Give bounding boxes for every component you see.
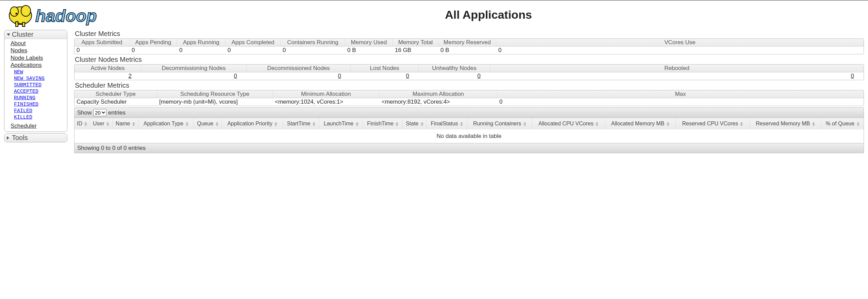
cluster-nodes-metrics-title: Cluster Nodes Metrics — [75, 56, 864, 64]
nav-section-tools[interactable]: Tools — [4, 134, 67, 142]
col-header: Memory Total — [393, 39, 438, 46]
page-size-select[interactable]: 20 — [93, 109, 106, 116]
scheduler-metrics-table: Scheduler Type Scheduling Resource Type … — [74, 90, 864, 106]
empty-table-message: No data available in table — [74, 129, 864, 143]
nav-header-label: Tools — [12, 134, 28, 141]
sort-icon — [356, 122, 358, 126]
decommissioning-nodes-link[interactable]: 0 — [234, 73, 237, 79]
metric-value: 0 — [497, 98, 864, 106]
svg-rect-4 — [16, 22, 18, 27]
col-label: ID — [77, 121, 82, 126]
apps-col-header[interactable]: Allocated Memory MB — [605, 118, 675, 129]
apps-col-header[interactable]: Allocated CPU VCores — [532, 118, 605, 129]
col-header: Decommissioned Nodes — [247, 65, 351, 72]
nav-link-nodes[interactable]: Nodes — [11, 47, 27, 54]
col-header: Containers Running — [281, 39, 345, 46]
metric-value: 0 B — [438, 47, 496, 54]
apps-col-header[interactable]: User — [90, 118, 112, 129]
nav-link-state-failed[interactable]: FAILED — [14, 108, 32, 114]
nav-link-state-accepted[interactable]: ACCEPTED — [14, 89, 38, 94]
col-label: State — [406, 121, 418, 126]
metric-value: [memory-mb (unit=Mi), vcores] — [157, 98, 273, 106]
lost-nodes-link[interactable]: 0 — [406, 73, 409, 79]
sidebar: Cluster About Nodes Node Labels Applicat… — [4, 30, 67, 144]
apps-col-header[interactable]: Name — [112, 118, 138, 129]
sort-icon — [132, 122, 135, 126]
apps-col-header[interactable]: Running Containers — [467, 118, 532, 129]
sort-icon — [84, 122, 87, 126]
sort-icon — [596, 122, 598, 126]
nav-link-state-running[interactable]: RUNNING — [14, 95, 35, 101]
apps-col-header[interactable]: Reserved Memory MB — [750, 118, 821, 129]
show-label-suffix: entries — [108, 109, 126, 116]
datatable-length-control: Show 20 entries — [74, 107, 864, 118]
col-header: Apps Running — [177, 39, 226, 46]
sort-icon — [396, 122, 398, 126]
col-header: Active Nodes — [74, 65, 141, 72]
nav-link-applications[interactable]: Applications — [11, 62, 42, 68]
apps-col-header[interactable]: Application Type — [138, 118, 194, 129]
sort-icon — [313, 122, 315, 126]
nav-link-state-submitted[interactable]: SUBMITTED — [14, 82, 41, 88]
col-header: Rebooted — [490, 65, 864, 72]
sort-icon — [186, 122, 188, 126]
apps-col-header[interactable]: LaunchTime — [319, 118, 363, 129]
caret-down-icon — [7, 33, 10, 36]
rebooted-nodes-link[interactable]: 0 — [851, 73, 854, 79]
col-label: Allocated Memory MB — [611, 121, 665, 126]
cluster-metrics-title: Cluster Metrics — [75, 30, 864, 38]
apps-col-header[interactable]: % of Queue — [821, 118, 864, 129]
sort-icon — [460, 122, 463, 126]
col-header: Scheduling Resource Type — [157, 90, 273, 98]
col-header: Max — [497, 90, 864, 98]
col-header: Apps Completed — [226, 39, 281, 46]
active-nodes-link[interactable]: 2 — [129, 73, 132, 79]
col-header: Scheduler Type — [74, 90, 157, 98]
svg-point-1 — [10, 7, 18, 16]
sort-icon — [812, 122, 815, 126]
cluster-metrics-table: Apps Submitted Apps Pending Apps Running… — [74, 38, 864, 54]
apps-col-header[interactable]: State — [403, 118, 427, 129]
apps-col-header[interactable]: StartTime — [283, 118, 319, 129]
metric-value: 0 — [177, 47, 226, 54]
col-header: VCores Use — [496, 39, 864, 46]
col-label: LaunchTime — [324, 121, 353, 126]
col-header: Minimum Allocation — [273, 90, 380, 98]
unhealthy-nodes-link[interactable]: 0 — [478, 73, 481, 79]
svg-rect-5 — [22, 22, 25, 27]
sort-icon — [523, 122, 526, 126]
metric-value: 0 — [496, 47, 864, 54]
caret-right-icon — [7, 136, 9, 140]
nav-section-cluster[interactable]: Cluster — [4, 30, 67, 39]
col-label: Allocated CPU VCores — [538, 121, 594, 126]
col-label: Reserved Memory MB — [756, 121, 810, 126]
apps-col-header[interactable]: FinalStatus — [427, 118, 467, 129]
decommissioned-nodes-link[interactable]: 0 — [338, 73, 341, 79]
nav-link-scheduler[interactable]: Scheduler — [11, 123, 37, 129]
sort-icon — [216, 122, 218, 126]
col-label: FinalStatus — [431, 121, 458, 126]
apps-col-header[interactable]: FinishTime — [363, 118, 403, 129]
nav-link-state-new-saving[interactable]: NEW_SAVING — [14, 76, 45, 82]
apps-col-header[interactable]: Application Priority — [222, 118, 283, 129]
metric-value: 0 — [281, 47, 345, 54]
nav-link-about[interactable]: About — [11, 40, 26, 47]
svg-point-2 — [21, 5, 31, 16]
metric-value: 0 B — [345, 47, 393, 54]
nav-link-state-finished[interactable]: FINISHED — [14, 102, 38, 107]
col-label: FinishTime — [367, 121, 394, 126]
apps-col-header[interactable]: Reserved CPU VCores — [675, 118, 749, 129]
col-label: Queue — [197, 121, 213, 126]
col-header: Apps Submitted — [74, 39, 130, 46]
sort-icon — [106, 122, 109, 126]
svg-text:hadoop: hadoop — [35, 6, 97, 25]
hadoop-logo: hadoop — [4, 1, 113, 28]
nav-link-state-killed[interactable]: KILLED — [14, 115, 32, 120]
nav-link-state-new[interactable]: NEW — [14, 69, 23, 75]
svg-point-3 — [16, 13, 17, 15]
apps-col-header[interactable]: ID — [74, 118, 90, 129]
nav-link-node-labels[interactable]: Node Labels — [11, 55, 43, 61]
col-header: Maximum Allocation — [380, 90, 497, 98]
col-label: User — [93, 121, 104, 126]
apps-col-header[interactable]: Queue — [194, 118, 222, 129]
